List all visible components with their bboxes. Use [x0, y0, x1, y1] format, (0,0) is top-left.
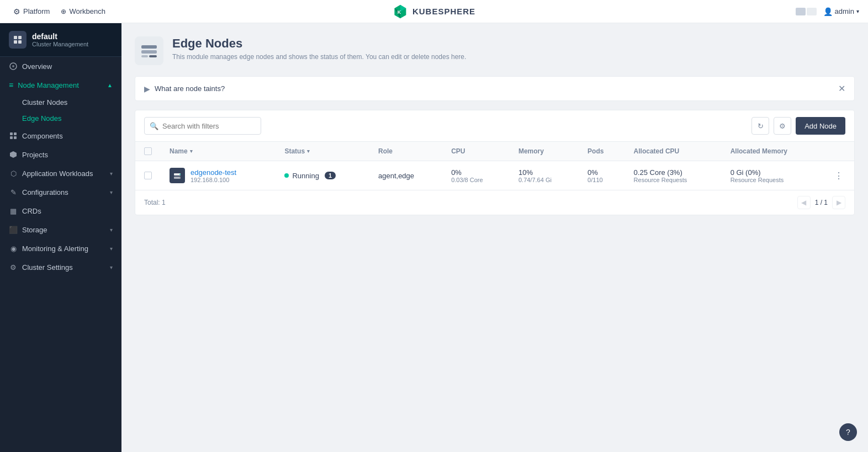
admin-menu[interactable]: 👤 admin ▾ — [823, 7, 859, 16]
chevron-down-icon-app: ▾ — [110, 171, 113, 177]
sidebar-item-storage[interactable]: ⬛ Storage ▾ — [0, 220, 121, 239]
help-icon: ? — [846, 428, 850, 437]
admin-label: admin — [835, 7, 854, 15]
node-role: agent,edge — [378, 172, 414, 180]
row-more-button[interactable]: ⋮ — [832, 168, 845, 183]
edge-nodes-label: Edge Nodes — [22, 114, 62, 123]
col-role: Role — [369, 142, 442, 161]
brand-logo-icon: K — [393, 4, 408, 19]
col-name-label: Name — [170, 147, 188, 155]
sidebar-item-components[interactable]: Components — [0, 126, 121, 145]
row-checkbox[interactable] — [144, 172, 152, 179]
sidebar-item-label-app-workloads: Application Workloads — [22, 169, 93, 178]
svg-rect-12 — [10, 136, 13, 139]
workbench-label: Workbench — [69, 7, 105, 15]
sidebar-item-crds[interactable]: ▦ CRDs — [0, 201, 121, 220]
nav-right: 👤 admin ▾ — [796, 7, 859, 16]
sidebar-item-configurations[interactable]: ✎ Configurations ▾ — [0, 183, 121, 201]
svg-rect-13 — [14, 136, 17, 139]
search-wrap: 🔍 — [144, 117, 747, 135]
chevron-down-icon: ▾ — [856, 8, 859, 14]
sidebar-cluster-header[interactable]: default Cluster Management — [0, 23, 121, 57]
node-name[interactable]: edgenode-test — [190, 168, 236, 177]
table-body: edgenode-test 192.168.0.100 Running 1 — [135, 161, 854, 190]
row-role-cell: agent,edge — [369, 161, 442, 190]
row-alloc-memory-cell: 0 Gi (0%) Resource Requests — [722, 161, 823, 190]
alloc-cpu: 0.25 Core (3%) — [634, 168, 713, 177]
table-header: Name ▾ Status ▾ Role CPU Memory — [135, 142, 854, 161]
projects-icon — [9, 150, 18, 159]
sidebar-item-cluster-nodes[interactable]: Cluster Nodes — [0, 94, 121, 110]
crds-icon: ▦ — [9, 206, 18, 215]
sidebar-item-app-workloads[interactable]: ⬡ Application Workloads ▾ — [0, 164, 121, 183]
sidebar-item-label-monitoring: Monitoring & Alerting — [22, 244, 88, 253]
col-memory-label: Memory — [518, 147, 544, 155]
col-status[interactable]: Status ▾ — [276, 142, 369, 161]
col-cpu-label: CPU — [451, 147, 465, 155]
svg-rect-15 — [141, 45, 157, 49]
theme-toggle[interactable] — [796, 8, 817, 15]
sidebar-item-monitoring[interactable]: ◉ Monitoring & Alerting ▾ — [0, 239, 121, 258]
add-node-button[interactable]: Add Node — [796, 117, 845, 135]
sidebar-item-label-cluster-settings: Cluster Settings — [22, 263, 73, 272]
refresh-button[interactable]: ↻ — [751, 117, 769, 135]
page-description: This module manages edge nodes and shows… — [172, 53, 466, 61]
row-memory-cell: 10% 0.74/7.64 Gi — [510, 161, 579, 190]
chevron-down-icon-mon: ▾ — [110, 246, 113, 252]
node-ip: 192.168.0.100 — [190, 177, 236, 183]
chevron-down-icon-cs: ▾ — [110, 264, 113, 270]
col-role-label: Role — [378, 147, 393, 155]
chevron-down-icon-storage: ▾ — [110, 227, 113, 233]
table-header-row: Name ▾ Status ▾ Role CPU Memory — [135, 142, 854, 161]
cluster-settings-icon: ⚙ — [9, 263, 18, 272]
brand: K KUBESPHERE — [393, 4, 475, 19]
col-name[interactable]: Name ▾ — [161, 142, 276, 161]
cpu-detail: 0.03/8 Core — [451, 177, 501, 183]
sidebar-item-overview[interactable]: Overview — [0, 57, 121, 76]
cluster-subtitle: Cluster Management — [32, 41, 88, 47]
row-cpu-cell: 0% 0.03/8 Core — [442, 161, 510, 190]
col-allocated-memory-label: Allocated Memory — [731, 147, 787, 155]
col-status-label: Status — [284, 147, 305, 155]
row-alloc-cpu-cell: 0.25 Core (3%) Resource Requests — [625, 161, 722, 190]
memory-detail: 0.74/7.64 Gi — [518, 177, 570, 183]
gear-icon: ⚙ — [13, 7, 20, 16]
page-navigation: ◀ 1 / 1 ▶ — [797, 196, 845, 209]
chevron-up-icon: ▲ — [107, 82, 113, 88]
status-badge: 1 — [325, 172, 336, 179]
svg-rect-17 — [141, 55, 148, 57]
info-banner: ▶ What are node taints? ✕ — [135, 76, 855, 101]
sidebar-item-projects[interactable]: Projects — [0, 145, 121, 164]
expand-arrow-icon[interactable]: ▶ — [144, 84, 150, 93]
settings-button[interactable]: ⚙ — [774, 117, 791, 135]
search-input[interactable] — [144, 117, 261, 135]
storage-icon: ⬛ — [9, 225, 18, 234]
sidebar-item-label-crds: CRDs — [22, 207, 41, 215]
sidebar-group-node-management: ≡ Node Management ▲ Cluster Nodes Edge N… — [0, 76, 121, 126]
help-button[interactable]: ? — [839, 423, 857, 441]
overview-icon — [9, 62, 18, 71]
sidebar-item-edge-nodes[interactable]: Edge Nodes — [0, 110, 121, 126]
row-checkbox-cell — [135, 161, 161, 190]
table-card: 🔍 ↻ ⚙ Add Node — [135, 110, 855, 215]
close-banner-button[interactable]: ✕ — [838, 83, 845, 94]
page-header-icon — [135, 36, 163, 65]
sort-icon-name: ▾ — [190, 148, 193, 154]
col-pods: Pods — [579, 142, 625, 161]
table-toolbar: 🔍 ↻ ⚙ Add Node — [135, 110, 854, 142]
sidebar-item-cluster-settings[interactable]: ⚙ Cluster Settings ▾ — [0, 258, 121, 276]
page-prev-button[interactable]: ◀ — [797, 196, 811, 209]
sidebar-group-header-node-management[interactable]: ≡ Node Management ▲ — [0, 76, 121, 94]
svg-rect-7 — [18, 40, 22, 44]
row-pods-cell: 0% 0/110 — [579, 161, 625, 190]
sidebar: default Cluster Management Overview ≡ No… — [0, 23, 121, 452]
workbench-menu[interactable]: ⊕ Workbench — [56, 0, 110, 23]
svg-rect-10 — [10, 132, 13, 135]
node-management-icon: ≡ — [9, 81, 13, 89]
select-all-checkbox[interactable] — [144, 147, 152, 155]
col-allocated-cpu: Allocated CPU — [625, 142, 722, 161]
svg-rect-6 — [14, 40, 17, 44]
monitoring-icon: ◉ — [9, 244, 18, 253]
page-next-button[interactable]: ▶ — [832, 196, 845, 209]
platform-menu[interactable]: ⚙ Platform — [9, 0, 54, 23]
